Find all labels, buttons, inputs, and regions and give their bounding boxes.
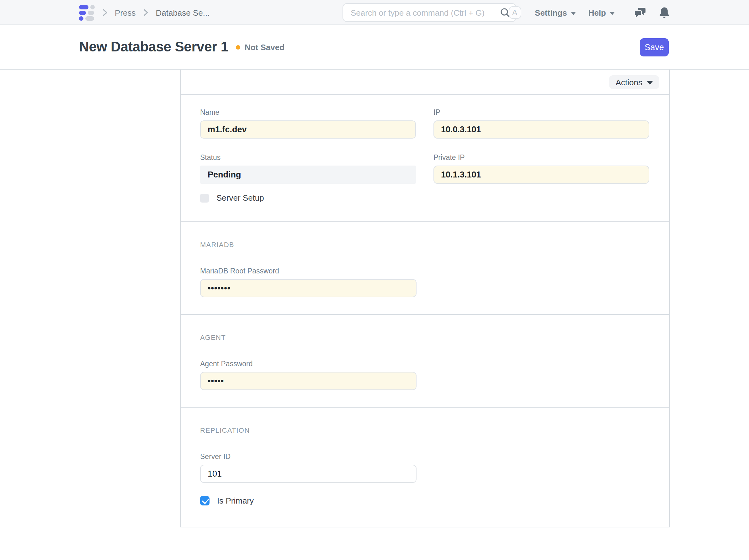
section-replication: REPLICATION Server ID Is Primary [181,408,669,527]
field-mariadb-root-password: MariaDB Root Password [200,267,416,297]
section-mariadb: MARIADB MariaDB Root Password [181,222,669,315]
avatar[interactable]: A [509,6,521,19]
agent-section-heading: AGENT [200,333,649,341]
server-id-input[interactable] [200,465,416,483]
field-status: Status Pending [200,154,416,184]
replication-section-heading: REPLICATION [200,426,649,434]
server-setup-checkbox[interactable] [200,193,209,202]
field-name: Name [200,108,416,138]
section-agent: AGENT Agent Password [181,315,669,408]
unsaved-indicator: Not Saved [236,42,284,52]
private-ip-label: Private IP [433,154,649,161]
settings-menu[interactable]: Settings [535,8,576,17]
breadcrumb-item-press[interactable]: Press [115,8,135,17]
field-server-id: Server ID [200,453,416,483]
bell-icon[interactable] [659,7,669,18]
ip-input[interactable] [433,121,649,138]
actions-button-label: Actions [616,78,642,87]
help-menu-label: Help [588,8,606,17]
frappe-logo[interactable] [79,5,95,20]
name-label: Name [200,108,416,116]
section-main: Name IP Status Pending Private IP [181,95,669,222]
mariadb-root-password-label: MariaDB Root Password [200,267,416,275]
chat-icon[interactable] [634,7,646,18]
status-label: Status [200,154,416,161]
mariadb-section-heading: MARIADB [200,241,649,248]
settings-menu-label: Settings [535,8,567,17]
server-setup-label: Server Setup [216,193,264,202]
field-is-primary: Is Primary [200,496,649,505]
breadcrumb-item-database-server[interactable]: Database Se... [155,8,210,17]
agent-password-input[interactable] [200,372,416,390]
is-primary-label: Is Primary [217,496,254,505]
chevron-down-icon [647,81,653,85]
actions-button[interactable]: Actions [609,75,659,89]
save-button[interactable]: Save [640,38,669,57]
chevron-down-icon [610,12,615,15]
unsaved-indicator-dot [236,45,240,49]
field-server-setup: Server Setup [200,193,649,202]
field-ip: IP [433,108,649,138]
ip-label: IP [433,108,649,116]
help-menu[interactable]: Help [588,8,615,17]
global-search [343,3,516,22]
is-primary-checkbox[interactable] [200,496,210,505]
status-value: Pending [200,166,416,184]
unsaved-indicator-label: Not Saved [245,42,284,52]
field-agent-password: Agent Password [200,360,416,390]
chevron-right-icon [142,8,149,17]
form-toolbar: Actions [181,70,669,95]
page-header: New Database Server 1 Not Saved Save [0,25,749,70]
breadcrumb: Press Database Se... [79,0,210,25]
form-card: Actions Name IP Status Pending [180,70,670,527]
name-input[interactable] [200,121,416,138]
mariadb-root-password-input[interactable] [200,279,416,297]
chevron-right-icon [101,8,108,17]
app-window: Press Database Se... A Settings Help [0,0,749,560]
search-input[interactable] [343,3,516,22]
chevron-down-icon [571,12,576,15]
agent-password-label: Agent Password [200,360,416,367]
private-ip-input[interactable] [433,166,649,184]
page-title: New Database Server 1 [79,39,228,55]
field-private-ip: Private IP [433,154,649,184]
server-id-label: Server ID [200,453,416,460]
top-navbar: Press Database Se... A Settings Help [0,0,749,25]
navbar-actions: A Settings Help [509,0,669,25]
